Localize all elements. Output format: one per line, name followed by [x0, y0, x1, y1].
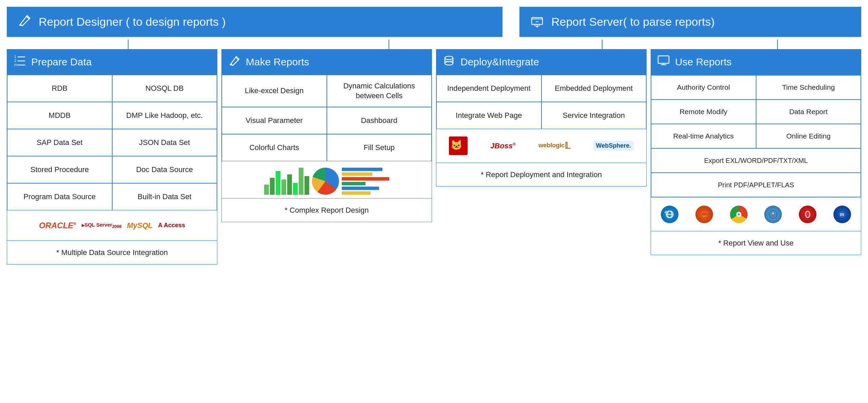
- chrome-icon: [730, 206, 748, 223]
- oracle-logo: ORACLE®: [39, 221, 76, 230]
- grid-cell-independent: Independent Deployment: [436, 75, 541, 102]
- designer-banner: Report Designer ( to design reports ): [7, 7, 502, 37]
- prepare-data-column: 1 2 m Prepare Data RDB NOSQL DB MDDB DMP…: [7, 49, 217, 264]
- grid-cell-rdb: RDB: [7, 75, 112, 102]
- grid-cell-service: Service Integration: [541, 102, 647, 129]
- grid-cell-online: Online Editing: [756, 124, 861, 148]
- tomcat-icon: 🐱: [449, 136, 468, 155]
- deploy-caption: * Report Deployment and Integration: [436, 163, 647, 187]
- grid-cell-data-report: Data Report: [756, 100, 861, 124]
- prepare-data-header: 1 2 m Prepare Data: [7, 49, 217, 75]
- make-reports-caption: * Complex Report Design: [221, 198, 432, 222]
- use-reports-label: Use Reports: [675, 56, 732, 68]
- grid-cell-embedded: Embedded Deployment: [541, 75, 647, 102]
- columns-container: 1 2 m Prepare Data RDB NOSQL DB MDDB DMP…: [7, 49, 861, 264]
- deploy-integrate-column: Deploy&Integrate Independent Deployment …: [436, 49, 647, 264]
- svg-text:🐱: 🐱: [451, 140, 462, 151]
- grid-cell-builtin: Built-in Data Set: [112, 183, 217, 210]
- svg-point-8: [445, 62, 453, 65]
- make-reports-label: Make Reports: [246, 56, 309, 68]
- server-icon: [530, 13, 545, 31]
- grid-cell-program: Program Data Source: [7, 183, 112, 210]
- prepare-data-label: Prepare Data: [31, 56, 92, 68]
- grid-cell-stored: Stored Procedure: [7, 156, 112, 183]
- make-reports-grid: Like-excel Design Dynamic Calculations b…: [221, 75, 432, 161]
- grid-cell-mddb: MDDB: [7, 102, 112, 129]
- prepare-data-grid: RDB NOSQL DB MDDB DMP Like Hadoop, etc. …: [7, 75, 217, 210]
- svg-point-26: [804, 210, 812, 218]
- pie-chart: [312, 168, 339, 195]
- svg-text:2: 2: [14, 59, 16, 63]
- use-reports-header: Use Reports: [651, 49, 861, 75]
- mini-bar-chart: [264, 168, 309, 195]
- use-reports-column: Use Reports Authority Control Time Sched…: [651, 49, 861, 264]
- monitor-icon: [657, 55, 670, 69]
- svg-text:1: 1: [14, 55, 16, 59]
- grid-cell-authority: Authority Control: [651, 75, 756, 100]
- list-icon: 1 2 m: [14, 55, 26, 69]
- grid-cell-dashboard: Dashboard: [327, 107, 432, 134]
- svg-text:m: m: [14, 63, 17, 67]
- prepare-data-caption: * Multiple Data Source Integration: [7, 241, 217, 264]
- grid-cell-json: JSON Data Set: [112, 129, 217, 156]
- svg-text:m: m: [840, 212, 844, 217]
- grid-cell-fill: Fill Setup: [327, 134, 432, 161]
- maxthon-icon: m: [833, 206, 851, 223]
- access-logo: A Access: [158, 222, 185, 229]
- db-logos-row: ORACLE® ▶SQL Server2008 MySQL A Access: [7, 210, 217, 241]
- weblogic-logo: weblogic𝕃: [538, 141, 570, 151]
- ie-icon: [661, 206, 678, 223]
- deploy-label: Deploy&Integrate: [460, 56, 539, 68]
- firefox-icon: [695, 206, 713, 223]
- hbar-chart: [342, 168, 389, 195]
- jboss-logo: JBoss®: [490, 142, 516, 150]
- grid-cell-web: Integrate Web Page: [436, 102, 541, 129]
- deploy-grid: Independent Deployment Embedded Deployme…: [436, 75, 647, 129]
- database-icon: [443, 55, 455, 69]
- svg-line-17: [665, 211, 666, 213]
- grid-cell-charts: Colorful Charts: [222, 134, 327, 161]
- svg-point-7: [445, 56, 453, 60]
- safari-icon: [764, 206, 782, 223]
- grid-cell-remote: Remote Modify: [651, 100, 756, 124]
- grid-cell-sap: SAP Data Set: [7, 129, 112, 156]
- grid-cell-export: Export EXL/WORD/PDF/TXT/XML: [651, 148, 861, 173]
- grid-cell-dmp: DMP Like Hadoop, etc.: [112, 102, 217, 129]
- grid-cell-doc: Doc Data Source: [112, 156, 217, 183]
- server-banner-label: Report Server( to parse reports): [551, 15, 715, 28]
- use-reports-caption: * Report View and Use: [651, 231, 861, 255]
- server-banner: Report Server( to parse reports): [519, 7, 861, 37]
- svg-point-22: [738, 213, 740, 215]
- make-reports-column: Make Reports Like-excel Design Dynamic C…: [221, 49, 432, 264]
- chart-preview-area: [221, 161, 432, 198]
- browser-icons-row: m: [651, 197, 861, 231]
- pencil-icon: [17, 13, 32, 31]
- websphere-logo: WebSphere.: [593, 141, 634, 151]
- svg-rect-11: [658, 56, 669, 63]
- grid-cell-print: Print PDF/APPLET/FLAS: [651, 173, 861, 197]
- grid-cell-dynamic: Dynamic Calculations between Cells: [327, 75, 432, 107]
- mysql-logo: MySQL: [127, 221, 153, 230]
- make-reports-header: Make Reports: [221, 49, 432, 75]
- grid-cell-excel: Like-excel Design: [222, 75, 327, 107]
- opera-icon: [799, 206, 816, 223]
- grid-cell-time: Time Scheduling: [756, 75, 861, 100]
- designer-banner-label: Report Designer ( to design reports ): [39, 15, 226, 28]
- main-container: Report Designer ( to design reports ) Re…: [0, 0, 868, 271]
- server-logos-row: 🐱 JBoss® weblogic𝕃 WebSphere.: [436, 129, 647, 163]
- use-reports-grid: Authority Control Time Scheduling Remote…: [651, 75, 861, 197]
- grid-cell-visual: Visual Parameter: [222, 107, 327, 134]
- sqlserver-logo: ▶SQL Server2008: [82, 222, 121, 229]
- grid-cell-realtime: Real-time Analytics: [651, 124, 756, 148]
- design-icon: [228, 55, 240, 69]
- grid-cell-nosql: NOSQL DB: [112, 75, 217, 102]
- deploy-header: Deploy&Integrate: [436, 49, 647, 75]
